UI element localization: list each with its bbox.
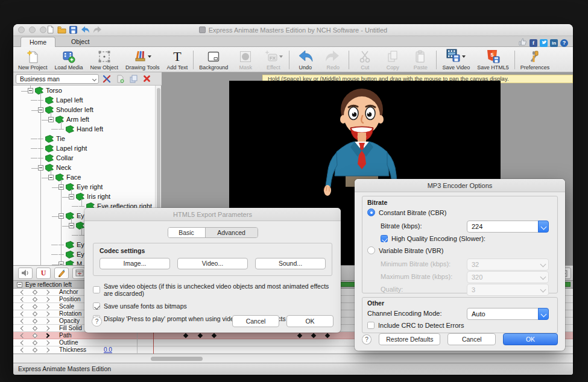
tree-expander[interactable] bbox=[38, 165, 43, 171]
prev-keyframe-icon[interactable] bbox=[21, 318, 25, 323]
group-collapse-icon[interactable] bbox=[17, 282, 22, 287]
channel-mode-select[interactable]: Auto bbox=[467, 308, 549, 320]
sound-codec-button[interactable]: Sound... bbox=[255, 258, 326, 269]
video-codec-button[interactable]: Video... bbox=[177, 258, 248, 269]
tab-object[interactable]: Object bbox=[63, 37, 98, 47]
prev-keyframe-icon[interactable] bbox=[21, 347, 25, 352]
crc-checkbox[interactable] bbox=[367, 322, 375, 329]
next-keyframe-icon[interactable] bbox=[45, 318, 49, 323]
prev-keyframe-icon[interactable] bbox=[21, 340, 25, 345]
next-keyframe-icon[interactable] bbox=[45, 289, 49, 294]
vbr-radio[interactable] bbox=[367, 246, 375, 254]
keyframe-diamond-icon[interactable] bbox=[33, 318, 37, 323]
tree-item[interactable]: Torso bbox=[13, 86, 161, 95]
tab-basic[interactable]: Basic bbox=[168, 228, 206, 237]
drawing-tools-button[interactable]: Drawing Tools bbox=[122, 48, 163, 72]
new-project-button[interactable]: New Project bbox=[14, 48, 51, 72]
restore-defaults-button[interactable]: Restore Defaults bbox=[379, 333, 440, 345]
tree-item[interactable]: Hand left bbox=[13, 124, 161, 134]
thickness-value-link[interactable]: 0.0 bbox=[104, 346, 112, 353]
tree-item[interactable]: Arm left bbox=[13, 114, 161, 124]
prev-keyframe-icon[interactable] bbox=[21, 296, 25, 301]
tab-advanced[interactable]: Advanced bbox=[206, 228, 258, 237]
tree-expander[interactable] bbox=[58, 184, 64, 190]
save-video-dropdown-icon[interactable] bbox=[462, 55, 466, 58]
drawing-tools-dropdown-icon[interactable] bbox=[148, 55, 151, 58]
help-button[interactable]: ? bbox=[92, 316, 102, 327]
tree-item[interactable]: Tie bbox=[13, 134, 161, 143]
save-video-objects-checkbox[interactable] bbox=[93, 286, 100, 293]
keyframe-marker[interactable] bbox=[297, 333, 302, 338]
effects-pencil-button[interactable] bbox=[54, 268, 69, 279]
tree-item[interactable]: Collar bbox=[13, 153, 161, 163]
tree-item[interactable]: Lapel left bbox=[13, 95, 161, 105]
prev-keyframe-icon[interactable] bbox=[21, 289, 25, 294]
cancel-button[interactable]: Cancel bbox=[447, 333, 496, 345]
next-keyframe-icon[interactable] bbox=[45, 340, 49, 345]
keyframe-marker[interactable] bbox=[212, 333, 217, 338]
object-selector[interactable]: Business man bbox=[16, 74, 99, 84]
tree-expander[interactable] bbox=[58, 213, 64, 219]
tree-item[interactable]: Shoulder left bbox=[13, 105, 161, 114]
background-button[interactable]: Background bbox=[195, 48, 232, 72]
next-keyframe-icon[interactable] bbox=[45, 347, 49, 352]
keyframe-diamond-icon[interactable] bbox=[33, 296, 37, 301]
mute-button[interactable]: U bbox=[36, 268, 51, 279]
twitter-icon[interactable] bbox=[540, 39, 548, 47]
keyframe-marker[interactable] bbox=[325, 333, 330, 338]
next-keyframe-icon[interactable] bbox=[45, 333, 49, 337]
tree-item[interactable]: Eye right bbox=[13, 182, 161, 192]
prev-keyframe-icon[interactable] bbox=[21, 311, 25, 316]
load-media-button[interactable]: Load Media bbox=[51, 48, 87, 72]
dialog-title[interactable]: HTML5 Export Parameters bbox=[84, 208, 341, 221]
cbr-radio[interactable] bbox=[367, 208, 375, 216]
timeline-horizontal-scrollbar[interactable] bbox=[13, 354, 573, 363]
next-keyframe-icon[interactable] bbox=[45, 296, 49, 301]
tree-item[interactable]: Neck bbox=[13, 163, 161, 172]
tree-expander[interactable] bbox=[48, 117, 54, 122]
image-codec-button[interactable]: Image... bbox=[100, 258, 170, 269]
title-bar[interactable]: Express Animate Masters Edition by NCH S… bbox=[13, 24, 573, 36]
next-keyframe-icon[interactable] bbox=[45, 311, 49, 316]
linkedin-icon[interactable]: in bbox=[550, 39, 558, 47]
next-keyframe-icon[interactable] bbox=[45, 304, 49, 308]
tree-expander[interactable] bbox=[69, 194, 74, 199]
keyframe-marker[interactable] bbox=[311, 333, 316, 338]
help-icon[interactable]: ? bbox=[560, 39, 568, 47]
prev-keyframe-icon[interactable] bbox=[21, 325, 25, 330]
tree-item[interactable]: Face bbox=[13, 172, 161, 182]
chevron-down-icon[interactable] bbox=[538, 221, 549, 233]
keyframe-diamond-icon[interactable] bbox=[33, 333, 37, 337]
ok-button[interactable]: OK bbox=[503, 333, 558, 345]
keyframe-diamond-icon[interactable] bbox=[33, 304, 37, 308]
keyframe-diamond-icon[interactable] bbox=[33, 347, 37, 352]
prev-keyframe-icon[interactable] bbox=[21, 304, 25, 308]
delete-object-button[interactable] bbox=[141, 74, 152, 84]
keyframe-diamond-icon[interactable] bbox=[33, 325, 37, 330]
preferences-button[interactable]: Preferences bbox=[517, 48, 554, 72]
keyframe-diamond-icon[interactable] bbox=[33, 311, 37, 316]
new-object-button[interactable]: New Object bbox=[87, 48, 122, 72]
save-video-button[interactable]: Save Video bbox=[438, 48, 473, 72]
ok-button[interactable]: OK bbox=[286, 315, 334, 327]
tree-expander[interactable] bbox=[28, 88, 33, 93]
object-tools-button[interactable] bbox=[101, 74, 112, 84]
high-quality-checkbox[interactable] bbox=[381, 235, 388, 242]
chevron-down-icon[interactable] bbox=[538, 308, 549, 320]
keyframe-marker[interactable] bbox=[198, 333, 203, 338]
next-keyframe-icon[interactable] bbox=[45, 325, 49, 330]
tree-expander[interactable] bbox=[38, 107, 43, 113]
dialog-title[interactable]: MP3 Encoder Options bbox=[355, 179, 565, 192]
undo-button[interactable]: Undo bbox=[291, 48, 319, 72]
add-text-button[interactable]: T Add Text bbox=[163, 48, 191, 72]
prev-keyframe-icon[interactable] bbox=[21, 333, 25, 337]
help-button[interactable]: ? bbox=[362, 334, 371, 345]
html5-export-dialog[interactable]: HTML5 Export Parameters Basic Advanced C… bbox=[84, 208, 341, 333]
keyframe-diamond-icon[interactable] bbox=[33, 340, 37, 345]
keyframe-diamond-icon[interactable] bbox=[33, 289, 37, 294]
tree-item[interactable]: Lapel right bbox=[13, 143, 161, 153]
keyframe-marker[interactable] bbox=[183, 333, 188, 338]
tab-home[interactable]: Home bbox=[21, 37, 55, 47]
mp3-encoder-dialog[interactable]: MP3 Encoder Options Bitrate Constant Bit… bbox=[355, 179, 565, 351]
tree-expander[interactable] bbox=[48, 175, 54, 180]
